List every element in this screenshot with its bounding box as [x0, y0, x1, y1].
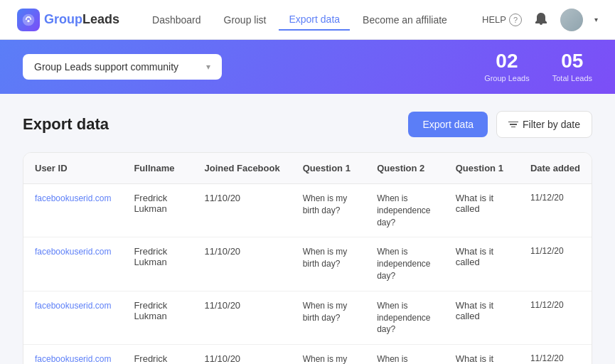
cell-q1: When is my birth day?: [292, 237, 365, 291]
data-table-container: User ID Fullname Joined Facebook Questio…: [23, 152, 592, 364]
cell-date: 11/12/20: [519, 345, 592, 364]
group-leads-stat: 02 Group Leads: [484, 51, 530, 82]
table-row: facebookuserid.com Fredrick Lukman 11/10…: [23, 184, 592, 237]
export-data-table: User ID Fullname Joined Facebook Questio…: [23, 153, 592, 364]
filter-icon: [508, 122, 518, 128]
filter-button-label: Filter by date: [523, 119, 580, 130]
nav-affiliate[interactable]: Become an affiliate: [353, 10, 457, 30]
col-question1b: Question 1: [444, 153, 519, 184]
avatar-chevron-icon[interactable]: ▾: [594, 16, 598, 23]
help-icon: ?: [509, 14, 522, 26]
cell-user-id: facebookuserid.com: [23, 291, 122, 344]
bell-icon[interactable]: [533, 12, 549, 28]
cell-joined: 11/10/20: [193, 291, 291, 344]
group-leads-count: 02: [484, 51, 530, 71]
group-selector-chevron-icon: ▾: [206, 62, 210, 72]
cell-q2: When is independence day?: [365, 237, 444, 291]
cell-q2: When is independence day?: [365, 184, 444, 237]
col-question2: Question 2: [365, 153, 444, 184]
nav-dashboard[interactable]: Dashboard: [142, 10, 211, 30]
logo-text: GroupLeads: [44, 12, 119, 27]
export-header: Export data Export data Filter by date: [23, 111, 592, 138]
filter-by-date-button[interactable]: Filter by date: [496, 111, 592, 138]
cell-fullname: Fredrick Lukman: [122, 184, 193, 237]
cell-q1b: What is it called: [444, 237, 519, 291]
group-selector-text: Group Leads support community: [34, 61, 178, 73]
cell-fullname: Fredrick Lukman: [122, 237, 193, 291]
group-selector[interactable]: Group Leads support community ▾: [23, 54, 222, 80]
cell-user-id: facebookuserid.com: [23, 345, 122, 364]
avatar[interactable]: [560, 9, 583, 31]
nav-export-data[interactable]: Export data: [279, 9, 350, 31]
export-data-button[interactable]: Export data: [408, 112, 488, 137]
cell-q2: When is independence day?: [365, 345, 444, 364]
cell-q1: When is my birth day?: [292, 345, 365, 364]
total-leads-label: Total Leads: [552, 74, 592, 82]
cell-q2: When is independence day?: [365, 291, 444, 344]
header-right: HELP ? ▾: [482, 9, 598, 31]
cell-q1b: What is it called: [444, 184, 519, 237]
table-row: facebookuserid.com Fredrick Lukman 11/10…: [23, 345, 592, 364]
nav: Dashboard Group list Export data Become …: [142, 9, 482, 31]
col-fullname: Fullname: [122, 153, 193, 184]
cell-q1b: What is it called: [444, 291, 519, 344]
svg-point-1: [27, 20, 29, 22]
table-row: facebookuserid.com Fredrick Lukman 11/10…: [23, 291, 592, 344]
cell-q1b: What is it called: [444, 345, 519, 364]
nav-group-list[interactable]: Group list: [214, 10, 277, 30]
cell-user-id: facebookuserid.com: [23, 237, 122, 291]
cell-joined: 11/10/20: [193, 345, 291, 364]
cell-date: 11/12/20: [519, 237, 592, 291]
table-row: facebookuserid.com Fredrick Lukman 11/10…: [23, 237, 592, 291]
cell-date: 11/12/20: [519, 291, 592, 344]
header: GroupLeads Dashboard Group list Export d…: [0, 0, 615, 40]
col-date-added: Date added: [519, 153, 592, 184]
group-leads-label: Group Leads: [484, 74, 530, 82]
help-label: HELP: [482, 14, 506, 25]
cell-q1: When is my birth day?: [292, 184, 365, 237]
total-leads-stat: 05 Total Leads: [552, 51, 592, 82]
logo[interactable]: GroupLeads: [17, 9, 119, 31]
col-joined: Joined Facebook: [193, 153, 291, 184]
cell-fullname: Fredrick Lukman: [122, 291, 193, 344]
cell-date: 11/12/20: [519, 184, 592, 237]
col-question1: Question 1: [292, 153, 365, 184]
cell-joined: 11/10/20: [193, 184, 291, 237]
cell-q1: When is my birth day?: [292, 291, 365, 344]
main-content: Export data Export data Filter by date U…: [0, 94, 615, 364]
banner: Group Leads support community ▾ 02 Group…: [0, 40, 615, 94]
cell-user-id: facebookuserid.com: [23, 184, 122, 237]
logo-icon: [17, 9, 40, 31]
page-title: Export data: [23, 115, 109, 134]
help-button[interactable]: HELP ?: [482, 14, 522, 26]
header-actions: Export data Filter by date: [408, 111, 592, 138]
total-leads-count: 05: [552, 51, 592, 71]
col-user-id: User ID: [23, 153, 122, 184]
cell-joined: 11/10/20: [193, 237, 291, 291]
cell-fullname: Fredrick Lukman: [122, 345, 193, 364]
banner-stats: 02 Group Leads 05 Total Leads: [484, 51, 592, 82]
table-header-row: User ID Fullname Joined Facebook Questio…: [23, 153, 592, 184]
